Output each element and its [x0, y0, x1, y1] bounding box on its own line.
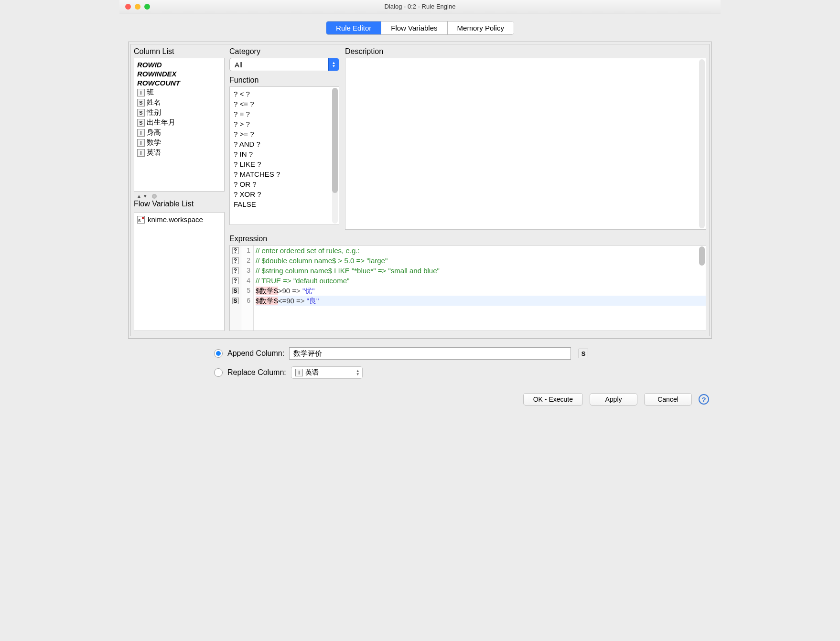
code-line: // enter ordered set of rules, e.g.:: [256, 246, 706, 256]
string-icon: S: [232, 288, 239, 294]
gutter-icon: ?: [230, 266, 241, 276]
help-icon[interactable]: ?: [699, 394, 709, 405]
code-line: // $string column name$ LIKE "*blue*" =>…: [256, 266, 706, 276]
flow-var-header: Flow Variable List: [134, 200, 225, 208]
function-item[interactable]: ? AND ?: [234, 139, 335, 149]
scrollbar-thumb[interactable]: [699, 246, 705, 266]
append-radio[interactable]: [214, 349, 223, 358]
column-name: 出生年月: [147, 118, 175, 127]
line-num: 5: [241, 286, 250, 296]
string-icon: S: [232, 298, 239, 304]
description-box: [345, 58, 706, 230]
flow-var-name: knime.workspace: [148, 215, 203, 224]
column-list-header: Column List: [134, 47, 225, 56]
column-list[interactable]: ROWID ROWINDEX ROWCOUNT I班 S姓名 S性别 S出生年月…: [134, 58, 225, 192]
column-item[interactable]: S出生年月: [137, 118, 221, 128]
flow-variable-item[interactable]: s knime.workspace: [137, 215, 221, 224]
line-num: 1: [241, 246, 250, 256]
drag-handle-icon[interactable]: [152, 194, 157, 199]
function-item[interactable]: ? MATCHES ?: [234, 169, 335, 179]
scrollbar-thumb[interactable]: [332, 88, 338, 193]
replace-column-select[interactable]: I 英语 ▲▼: [291, 366, 363, 379]
type-badge-str-icon: S: [579, 349, 588, 358]
type-badge-int-icon: I: [295, 369, 303, 376]
category-select[interactable]: All ▲▼: [229, 58, 339, 71]
replace-label: Replace Column:: [227, 368, 286, 377]
function-block: Function ? < ? ? <= ? ? = ? ? > ? ? >= ?…: [229, 76, 339, 225]
function-item[interactable]: ? XOR ?: [234, 189, 335, 199]
category-value: All: [230, 61, 328, 69]
code-line: // $double column name$ > 5.0 => "large": [256, 256, 706, 266]
column-item[interactable]: S姓名: [137, 97, 221, 107]
description-label: Description: [345, 47, 706, 56]
flow-var-icon: s: [137, 216, 145, 224]
column-name: 姓名: [147, 98, 161, 107]
line-num: 4: [241, 276, 250, 286]
function-item[interactable]: ? IN ?: [234, 149, 335, 159]
type-badge-int-icon: I: [137, 89, 145, 96]
function-item[interactable]: ? <= ?: [234, 99, 335, 109]
column-item[interactable]: I班: [137, 87, 221, 97]
builtin-rowid[interactable]: ROWID: [137, 60, 221, 69]
tab-memory-policy[interactable]: Memory Policy: [448, 21, 514, 34]
category-label: Category: [229, 47, 339, 56]
gutter-icon: ?: [230, 276, 241, 286]
column-name: 身高: [147, 128, 161, 137]
ok-button[interactable]: OK - Execute: [523, 393, 583, 406]
expression-label: Expression: [229, 235, 706, 243]
footer: OK - Execute Apply Cancel ?: [119, 384, 721, 414]
function-item[interactable]: ? > ?: [234, 119, 335, 129]
top-row: Category All ▲▼ Function ? < ? ? <= ?: [229, 47, 706, 230]
code-line-active: $数学$<=90 => "良": [256, 296, 706, 306]
tab-flow-variables[interactable]: Flow Variables: [381, 21, 447, 34]
gutter-icon: ?: [230, 246, 241, 256]
code-line: // TRUE => "default outcome": [256, 276, 706, 286]
replace-column-row: Replace Column: I 英语 ▲▼: [128, 364, 712, 381]
column-name: 英语: [147, 148, 161, 157]
splitter-handle[interactable]: ▲ ▼: [134, 192, 225, 200]
function-item[interactable]: ? < ?: [234, 89, 335, 99]
append-column-row: Append Column: S: [128, 345, 712, 362]
column-item[interactable]: I英语: [137, 148, 221, 158]
tabs: Rule Editor Flow Variables Memory Policy: [326, 21, 514, 35]
question-icon: ?: [232, 247, 239, 254]
function-item[interactable]: FALSE: [234, 199, 335, 209]
question-icon: ?: [232, 267, 239, 274]
line-num: 2: [241, 256, 250, 266]
function-item[interactable]: ? LIKE ?: [234, 159, 335, 169]
function-label: Function: [229, 76, 339, 85]
type-badge-int-icon: I: [137, 129, 145, 137]
append-column-input[interactable]: [289, 347, 571, 360]
builtin-rowindex[interactable]: ROWINDEX: [137, 69, 221, 78]
tab-rule-editor[interactable]: Rule Editor: [326, 21, 381, 34]
expression-editor[interactable]: ? ? ? ? S S 1 2 3 4 5: [229, 245, 706, 331]
function-item[interactable]: ? OR ?: [234, 179, 335, 189]
type-badge-int-icon: I: [137, 149, 145, 157]
function-list[interactable]: ? < ? ? <= ? ? = ? ? > ? ? >= ? ? AND ? …: [229, 86, 339, 225]
chevron-updown-icon: ▲▼: [354, 369, 362, 376]
cancel-button[interactable]: Cancel: [644, 393, 692, 406]
function-item[interactable]: ? = ?: [234, 109, 335, 119]
replace-radio[interactable]: [214, 368, 223, 377]
function-item[interactable]: ? >= ?: [234, 129, 335, 139]
tab-row: Rule Editor Flow Variables Memory Policy: [119, 13, 721, 39]
type-badge-str-icon: S: [137, 99, 145, 107]
line-num: 6: [241, 296, 250, 306]
left-column: Column List ROWID ROWINDEX ROWCOUNT I班 S…: [134, 47, 225, 331]
gutter-icon: ?: [230, 256, 241, 266]
column-item[interactable]: S性别: [137, 107, 221, 118]
replace-column-value: 英语: [305, 368, 319, 377]
apply-button[interactable]: Apply: [590, 393, 637, 406]
column-item[interactable]: I数学: [137, 138, 221, 148]
chevron-updown-icon: ▲▼: [328, 58, 339, 71]
column-item[interactable]: I身高: [137, 128, 221, 138]
append-label: Append Column:: [227, 349, 284, 358]
main-panel: Column List ROWID ROWINDEX ROWCOUNT I班 S…: [128, 42, 712, 339]
gutter-icon: S: [230, 286, 241, 296]
line-num: 3: [241, 266, 250, 276]
gutter-icon: S: [230, 296, 241, 306]
code-area[interactable]: // enter ordered set of rules, e.g.: // …: [254, 246, 706, 331]
gutter-icons: ? ? ? ? S S: [230, 246, 241, 331]
builtin-rowcount[interactable]: ROWCOUNT: [137, 78, 221, 87]
flow-variable-list[interactable]: s knime.workspace: [134, 212, 225, 331]
